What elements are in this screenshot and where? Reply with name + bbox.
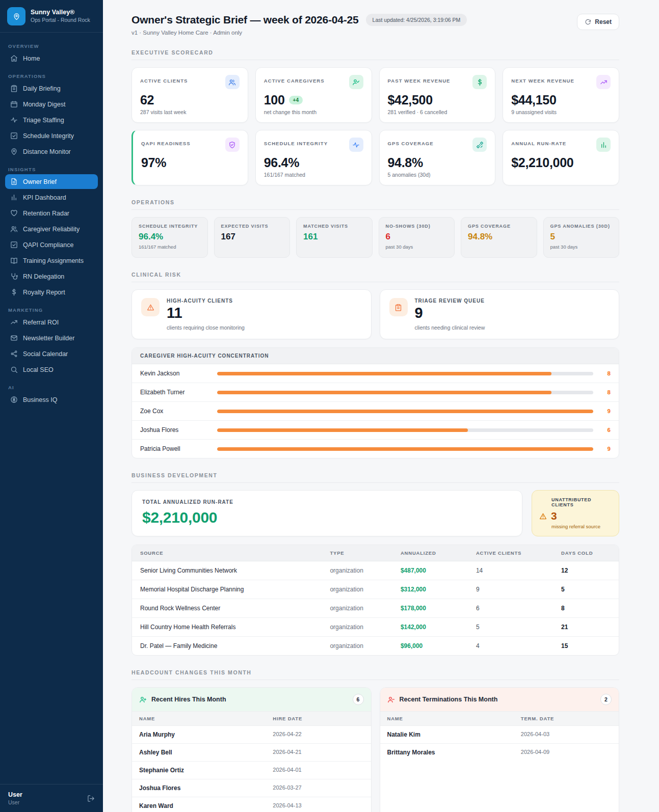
table-column-header: Name <box>380 712 514 725</box>
logout-button[interactable] <box>87 795 95 802</box>
scorecard-card-next-week-revenue: Next Week Revenue$44,1509 unassigned vis… <box>503 67 619 123</box>
source-active-clients: 4 <box>468 637 553 655</box>
referral-sources-table: SourceTypeAnnualizedActive ClientsDays C… <box>131 545 619 656</box>
card-icon-tile <box>472 138 487 152</box>
dollar-icon <box>10 288 18 296</box>
person-name: Natalie Kim <box>380 726 514 743</box>
tile-value: 161 <box>303 232 365 242</box>
unattributed-label: Unattributed Clients <box>551 497 612 507</box>
section-headcount: Headcount Changes This Month <box>131 669 619 680</box>
acuity-bar-track <box>217 372 593 375</box>
scorecard-card-annual-run-rate: Annual Run-Rate$2,210,000 <box>503 130 619 185</box>
tile-value: 94.8% <box>468 232 530 242</box>
card-subtext: 5 anomalies (30d) <box>388 172 487 178</box>
sidebar-item-owner-brief[interactable]: Owner Brief <box>5 174 98 189</box>
card-value: 62 <box>140 93 154 107</box>
risk-card-high-acuity-clients: High-Acuity Clients11clients requiring c… <box>131 289 372 339</box>
ops-tile-expected-visits: Expected Visits167 <box>214 217 291 258</box>
sidebar-item-caregiver-reliability[interactable]: Caregiver Reliability <box>5 222 98 236</box>
user-plus-icon <box>139 696 147 703</box>
card-icon-tile <box>349 138 363 152</box>
business-summary-row: Total Annualized Run-Rate $2,210,000 Una… <box>131 490 619 536</box>
runrate-value: $2,210,000 <box>142 509 512 526</box>
map-pin-icon <box>10 148 18 155</box>
source-name: Dr. Patel — Family Medicine <box>132 637 322 655</box>
recent-terminations-card: Recent Terminations This Month2NameTerm.… <box>380 687 620 812</box>
user-minus-icon <box>387 696 395 703</box>
sidebar-item-label: Triage Staffing <box>23 117 64 124</box>
sidebar-item-business-iq[interactable]: Business IQ <box>5 392 98 407</box>
sidebar-item-daily-briefing[interactable]: Daily Briefing <box>5 81 98 96</box>
ops-tile-schedule-integrity: Schedule Integrity96.4%161/167 matched <box>131 217 208 258</box>
acuity-count: 8 <box>601 389 611 395</box>
nav-section-label: Overview <box>8 43 95 49</box>
card-label: GPS Coverage <box>388 138 434 146</box>
trending-up-icon <box>600 78 608 86</box>
acuity-bar-track <box>217 410 593 413</box>
scorecard-grid: Active Clients62287 visits last weekActi… <box>131 67 619 185</box>
person-date: 2026-03-27 <box>266 779 371 797</box>
sidebar-item-home[interactable]: Home <box>5 51 98 66</box>
caregiver-name: Elizabeth Turner <box>140 389 209 396</box>
card-label: QAPI Readiness <box>141 138 191 146</box>
sidebar-item-training-assignments[interactable]: Training Assignments <box>5 253 98 268</box>
source-days-cold: 15 <box>553 637 619 655</box>
sidebar-item-rn-delegation[interactable]: RN Delegation <box>5 269 98 284</box>
sources-table-header: SourceTypeAnnualizedActive ClientsDays C… <box>132 545 619 561</box>
caregiver-name: Kevin Jackson <box>140 370 209 377</box>
caregiver-name: Zoe Cox <box>140 408 209 415</box>
satellite-icon <box>476 141 484 149</box>
sidebar-item-distance-monitor[interactable]: Distance Monitor <box>5 144 98 159</box>
check-square-icon <box>10 241 18 249</box>
sidebar-item-qapi-compliance[interactable]: QAPI Compliance <box>5 237 98 252</box>
card-label: Active Caregivers <box>264 75 325 84</box>
sidebar-item-retention-radar[interactable]: Retention Radar <box>5 206 98 221</box>
card-icon-tile <box>225 75 240 89</box>
sidebar-item-schedule-integrity[interactable]: Schedule Integrity <box>5 128 98 143</box>
source-name: Round Rock Wellness Center <box>132 599 322 617</box>
card-subtext: 287 visits last week <box>140 109 240 115</box>
ops-tile-matched-visits: Matched Visits161 <box>296 217 373 258</box>
acuity-count: 8 <box>601 370 611 376</box>
card-value: 96.4% <box>264 155 299 170</box>
tile-value: 167 <box>221 232 283 242</box>
table-column-header: Days Cold <box>553 545 619 561</box>
person-name: Ashley Bell <box>132 744 266 761</box>
sidebar-item-monday-digest[interactable]: Monday Digest <box>5 97 98 112</box>
alert-triangle-icon <box>147 304 154 311</box>
sidebar-item-label: Schedule Integrity <box>23 132 74 140</box>
scorecard-card-qapi-readiness: QAPI Readiness97% <box>131 130 248 185</box>
sidebar-item-triage-staffing[interactable]: Triage Staffing <box>5 113 98 127</box>
sidebar-item-label: Monday Digest <box>23 101 65 108</box>
card-label: Annual Run-Rate <box>511 138 566 146</box>
reset-button[interactable]: Reset <box>577 14 619 30</box>
sidebar-item-local-seo[interactable]: Local SEO <box>5 362 98 377</box>
card-icon-tile <box>596 138 611 152</box>
sidebar-nav: OverviewHomeOperationsDaily BriefingMond… <box>0 33 103 784</box>
source-name: Senior Living Communities Network <box>132 561 322 580</box>
activity-icon <box>10 116 18 124</box>
card-value: $44,150 <box>511 93 556 107</box>
brand-name: Sunny Valley® <box>31 9 90 17</box>
page-title: Owner's Strategic Brief — week of 2026-0… <box>131 14 359 26</box>
sidebar-item-newsletter-builder[interactable]: Newsletter Builder <box>5 331 98 345</box>
sidebar-item-label: KPI Dashboard <box>23 194 66 201</box>
caregiver-name: Joshua Flores <box>140 426 209 434</box>
source-active-clients: 6 <box>468 599 553 617</box>
reset-button-label: Reset <box>595 18 612 25</box>
sidebar-item-royalty-report[interactable]: Royalty Report <box>5 285 98 300</box>
trending-up-icon <box>10 318 18 326</box>
sidebar-item-referral-roi[interactable]: Referral ROI <box>5 315 98 330</box>
brand-logo <box>7 7 25 25</box>
risk-icon-tile <box>389 298 408 316</box>
person-name: Brittany Morales <box>380 744 514 761</box>
nav-section-label: Marketing <box>8 307 95 313</box>
brand: Sunny Valley® Ops Portal - Round Rock <box>0 0 103 33</box>
main-content: Owner's Strategic Brief — week of 2026-0… <box>103 0 659 812</box>
sidebar-item-label: Social Calendar <box>23 350 68 358</box>
risk-value: 11 <box>167 305 245 321</box>
tile-label: No-Shows (30d) <box>386 224 448 229</box>
source-annualized: $142,000 <box>392 618 468 636</box>
sidebar-item-social-calendar[interactable]: Social Calendar <box>5 346 98 361</box>
sidebar-item-kpi-dashboard[interactable]: KPI Dashboard <box>5 190 98 205</box>
